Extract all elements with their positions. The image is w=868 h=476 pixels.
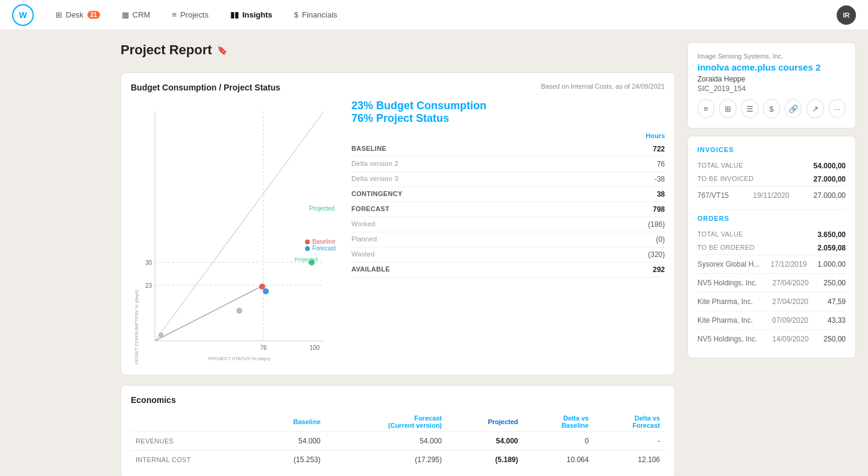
desk-badge: 21: [87, 11, 100, 19]
econ-row-label: INTERNAL COST: [131, 451, 255, 469]
logo[interactable]: W: [12, 4, 34, 26]
total-value: 54.000,00: [814, 162, 846, 170]
svg-point-17: [159, 332, 163, 337]
action-grid-icon[interactable]: ⊞: [719, 99, 736, 118]
project-company: Image Sensing Systems, Inc.: [697, 52, 846, 60]
order-vendor: Sysorex Global H...: [697, 260, 760, 268]
stat-row: Wasted (320): [351, 247, 665, 262]
stats-rows: BASELINE 722 Delta version 2 76 Delta ve…: [351, 142, 665, 278]
stat-label: Planned: [351, 235, 377, 244]
order-amount: 43,33: [828, 316, 846, 325]
svg-text:BUDGET CONSUMPTION % (days): BUDGET CONSUMPTION % (days): [134, 290, 139, 365]
budget-card-header: Budget Consumption / Project Status Base…: [131, 83, 665, 92]
stat-label: Wasted: [351, 250, 375, 259]
stats-area: 23% Budget Consumption 76% Project Statu…: [351, 100, 665, 365]
orders-total-value: 3.650,00: [817, 230, 846, 239]
nav-desk[interactable]: ⊞ Desk 21: [52, 8, 104, 22]
budget-layout: BUDGET CONSUMPTION % (days): [131, 100, 665, 365]
svg-text:Projected: Projected: [295, 256, 318, 262]
order-vendor: NV5 Holdings, Inc.: [697, 279, 757, 287]
action-dollar-icon[interactable]: $: [763, 99, 780, 118]
stat-value: 292: [653, 265, 665, 274]
invoices-label: INVOICES: [697, 146, 846, 153]
stat-label: FORECAST: [351, 205, 389, 214]
order-amount: 47,59: [828, 297, 846, 306]
stat-value: -38: [655, 175, 665, 183]
econ-row: INTERNAL COST (15.253) (17.295) (5.189) …: [131, 451, 665, 469]
order-date: 27/04/2020: [772, 297, 808, 306]
orders-total-value-label: TOTAL VALUE: [697, 230, 743, 239]
stat-row: CONTINGENCY 38: [351, 187, 665, 202]
baseline-legend: Baseline: [305, 238, 336, 245]
action-link-icon[interactable]: 🔗: [785, 99, 802, 118]
budget-card-title: Budget Consumption / Project Status: [131, 83, 280, 92]
svg-text:23: 23: [145, 282, 153, 289]
orders-to-be-ordered-row: TO BE ORDERED 2.059,08: [697, 241, 846, 255]
econ-col-delta-forecast: Delta vsForecast: [594, 412, 665, 432]
stat-label: Worked: [351, 220, 376, 229]
invoice-date: 19/11/2020: [753, 191, 789, 200]
svg-text:100: 100: [310, 344, 320, 351]
topnav: W ⊞ Desk 21 ▦ CRM ≡ Projects ▮▮ Insights…: [0, 0, 868, 30]
stat-value: 38: [657, 190, 665, 198]
svg-text:30: 30: [145, 259, 153, 266]
to-be-invoiced-label: TO BE INVOICED: [697, 175, 753, 183]
stat-row: AVAILABLE 292: [351, 262, 665, 278]
econ-row-delta-forecast: -: [594, 432, 665, 451]
stat-value: 798: [653, 205, 665, 214]
stat-row: Planned (0): [351, 232, 665, 247]
action-more-icon[interactable]: ···: [829, 99, 846, 118]
action-list-icon[interactable]: ☰: [741, 99, 758, 118]
order-date: 07/09/2020: [772, 316, 808, 325]
budget-card-subtitle: Based on Internal Costs, as of 24/09/202…: [541, 83, 665, 90]
order-item: Kite Pharma, Inc. 07/09/2020 43,33: [697, 311, 846, 329]
financials-icon: $: [294, 10, 298, 19]
bookmark-icon[interactable]: 🔖: [217, 45, 227, 55]
econ-row-baseline: (15.253): [255, 451, 326, 469]
stat-label: CONTINGENCY: [351, 190, 403, 198]
order-item: Sysorex Global H... 17/12/2019 1.000,00: [697, 255, 846, 273]
econ-row-forecast: 54.000: [326, 432, 447, 451]
to-be-ordered-label: TO BE ORDERED: [697, 244, 755, 252]
projects-icon: ≡: [172, 10, 177, 19]
stat-row: Delta version 3 -38: [351, 172, 665, 187]
left-column: Project Report 🔖 Budget Consumption / Pr…: [121, 42, 675, 476]
stat-label: AVAILABLE: [351, 265, 390, 274]
hours-label: Hours: [351, 132, 665, 139]
order-amount: 1.000,00: [817, 260, 846, 268]
economics-title: Economics: [131, 395, 665, 405]
project-pct: 76% Project Status: [351, 112, 665, 125]
user-avatar[interactable]: IR: [837, 5, 856, 25]
order-vendor: Kite Pharma, Inc.: [697, 316, 753, 325]
econ-row-delta-baseline: 10.064: [523, 451, 594, 469]
econ-col-delta-baseline: Delta vsBaseline: [523, 412, 594, 432]
nav-items: ⊞ Desk 21 ▦ CRM ≡ Projects ▮▮ Insights $…: [52, 8, 819, 22]
stat-row: Delta version 2 76: [351, 157, 665, 172]
nav-crm[interactable]: ▦ CRM: [118, 8, 154, 22]
svg-line-12: [155, 285, 263, 341]
action-share-icon[interactable]: ↗: [807, 99, 823, 118]
orders-label: ORDERS: [697, 215, 846, 222]
invoices-total-value-row: TOTAL VALUE 54.000,00: [697, 159, 846, 173]
nav-insights[interactable]: ▮▮ Insights: [227, 8, 276, 22]
econ-row-delta-forecast: 12.106: [594, 451, 665, 469]
desk-icon: ⊞: [55, 10, 62, 19]
budget-card: Budget Consumption / Project Status Base…: [121, 72, 675, 375]
order-item: NV5 Holdings, Inc. 27/04/2020 250,00: [697, 273, 846, 292]
nav-financials[interactable]: $ Financials: [291, 8, 341, 22]
forecast-legend: Forecast: [305, 245, 336, 252]
econ-row-forecast: (17.295): [326, 451, 447, 469]
order-vendor: Kite Pharma, Inc.: [697, 297, 753, 306]
econ-col-baseline: Baseline: [255, 412, 326, 432]
invoice-items: 767/VT15 19/11/2020 27.000,00: [697, 186, 846, 205]
invoice-item: 767/VT15 19/11/2020 27.000,00: [697, 186, 846, 205]
economics-table: Baseline Forecast(Current version) Proje…: [131, 412, 665, 469]
project-person: Zoraida Heppe: [697, 75, 846, 83]
action-layers-icon[interactable]: ≡: [697, 99, 714, 118]
nav-projects[interactable]: ≡ Projects: [168, 8, 212, 22]
main-content: Project Report 🔖 Budget Consumption / Pr…: [0, 30, 868, 476]
econ-row-delta-baseline: 0: [523, 432, 594, 451]
econ-row: REVENUES 54.000 54.000 54.000 0 -: [131, 432, 665, 451]
page-title-row: Project Report 🔖: [121, 42, 675, 63]
chart-area: BUDGET CONSUMPTION % (days): [131, 100, 342, 365]
